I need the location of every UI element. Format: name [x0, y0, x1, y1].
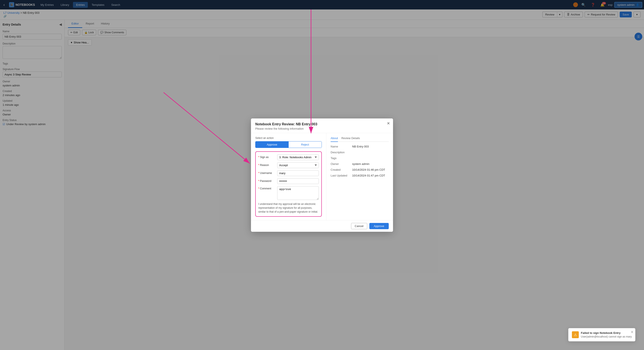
- about-last-updated-label: Last Updated: [330, 174, 352, 177]
- action-tabs: Approve Reject: [255, 141, 322, 148]
- about-last-updated-value: 10/14/2024 01:47 pm CDT: [352, 174, 385, 177]
- signature-notice: I understand that my approval will be an…: [258, 202, 319, 214]
- toast-warning-icon: ⚠: [572, 331, 579, 338]
- comment-label: * Comment: [258, 187, 276, 190]
- review-details-tab[interactable]: Review Details: [341, 137, 360, 142]
- username-label: * Username: [258, 172, 276, 175]
- about-tags-label: Tags: [330, 157, 352, 160]
- about-last-updated-row: Last Updated 10/14/2024 01:47 pm CDT: [330, 174, 389, 177]
- modal-header: Notebook Entry Review: NB Entry 003 Plea…: [251, 119, 393, 133]
- cancel-button[interactable]: Cancel: [351, 223, 367, 229]
- password-input[interactable]: [277, 178, 319, 184]
- reject-tab[interactable]: Reject: [289, 142, 322, 148]
- about-tab[interactable]: About: [330, 137, 338, 142]
- username-row: * Username: [258, 170, 319, 176]
- toast-close-button[interactable]: ✕: [631, 330, 634, 334]
- about-tags-row: Tags: [330, 157, 389, 160]
- about-owner-value: system admin: [352, 162, 369, 166]
- action-label: Select an action: [255, 137, 322, 140]
- modal-title: Notebook Entry Review: NB Entry 003: [255, 122, 389, 126]
- about-description-row: Description: [330, 151, 389, 154]
- password-row: * Password: [258, 178, 319, 184]
- about-name-value: NB Entry 003: [352, 145, 369, 148]
- about-created-row: Created 10/14/2024 01:46 pm CDT: [330, 168, 389, 171]
- about-created-label: Created: [330, 168, 352, 171]
- username-input[interactable]: [277, 170, 319, 176]
- about-owner-label: Owner: [330, 162, 352, 166]
- modal-body: Select an action Approve Reject * Sign a…: [251, 133, 393, 220]
- sign-as-select[interactable]: 3. Role: Notebooks Admin: [277, 154, 319, 160]
- reason-row: * Reason Accept: [258, 162, 319, 168]
- toast-message: User(admin@localhost) cannot sign as mar…: [581, 335, 632, 338]
- reason-required-marker: *: [258, 164, 260, 167]
- modal-right-section: About Review Details Name NB Entry 003 D…: [326, 133, 393, 220]
- reason-label: * Reason: [258, 164, 276, 167]
- about-name-row: Name NB Entry 003: [330, 145, 389, 148]
- signature-form: * Sign as 3. Role: Notebooks Admin * Rea…: [255, 151, 322, 217]
- review-modal: Notebook Entry Review: NB Entry 003 Plea…: [251, 119, 393, 232]
- modal-footer: Cancel Approve: [251, 220, 393, 232]
- modal-left-section: Select an action Approve Reject * Sign a…: [251, 133, 326, 220]
- comment-row: * Comment approve: [258, 186, 319, 200]
- comment-textarea[interactable]: approve: [277, 186, 319, 200]
- comment-required-marker: *: [258, 187, 260, 190]
- reason-select[interactable]: Accept: [277, 162, 319, 168]
- toast-notification: ⚠ Failed to sign Notebook Entry User(adm…: [568, 328, 636, 342]
- sign-as-row: * Sign as 3. Role: Notebooks Admin: [258, 154, 319, 160]
- about-created-value: 10/14/2024 01:46 pm CDT: [352, 168, 385, 171]
- modal-approve-button[interactable]: Approve: [369, 223, 389, 229]
- sign-as-label: * Sign as: [258, 156, 276, 159]
- modal-close-button[interactable]: ✕: [387, 122, 390, 125]
- about-owner-row: Owner system admin: [330, 162, 389, 166]
- about-description-label: Description: [330, 151, 352, 154]
- modal-right-tabs: About Review Details: [330, 137, 389, 142]
- modal-overlay: Notebook Entry Review: NB Entry 003 Plea…: [0, 0, 644, 350]
- toast-content: Failed to sign Notebook Entry User(admin…: [581, 331, 632, 338]
- sign-as-required-marker: *: [258, 156, 260, 159]
- modal-subtitle: Please review the following information: [255, 127, 389, 130]
- approve-tab[interactable]: Approve: [256, 142, 289, 148]
- about-name-label: Name: [330, 145, 352, 148]
- toast-title: Failed to sign Notebook Entry: [581, 331, 632, 335]
- username-required-marker: *: [258, 172, 260, 175]
- password-required-marker: *: [258, 179, 260, 182]
- password-label: * Password: [258, 179, 276, 182]
